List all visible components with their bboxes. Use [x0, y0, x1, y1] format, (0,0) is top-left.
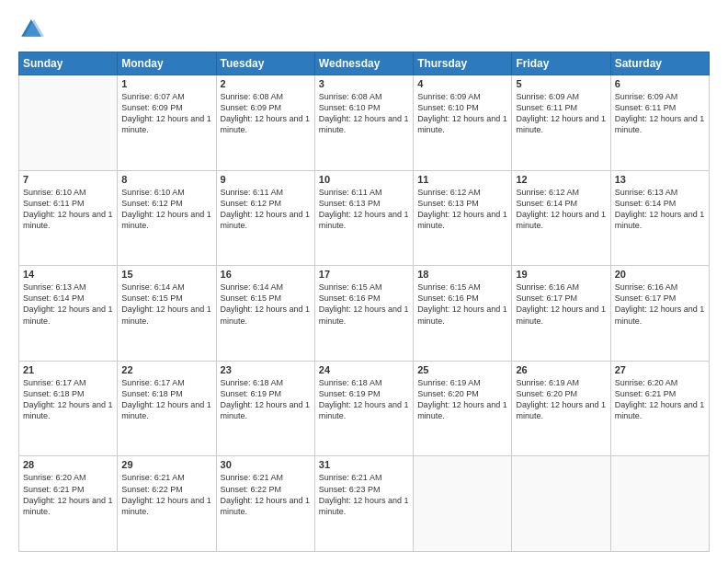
- calendar-cell: [610, 456, 709, 552]
- day-info-line: Sunset: 6:11 PM: [23, 199, 85, 208]
- day-info-line: Sunset: 6:09 PM: [221, 103, 282, 112]
- day-info-line: Sunset: 6:17 PM: [615, 293, 677, 303]
- day-info-line: Daylight: 12 hours and 1 minute.: [319, 304, 409, 325]
- day-info-line: Sunrise: 6:21 AM: [319, 473, 382, 482]
- day-info-line: Daylight: 12 hours and 1 minute.: [417, 400, 507, 420]
- calendar-cell: 3Sunrise: 6:08 AMSunset: 6:10 PMDaylight…: [314, 75, 413, 171]
- calendar-cell: 18Sunrise: 6:15 AMSunset: 6:16 PMDayligh…: [414, 266, 512, 362]
- day-info-line: Daylight: 12 hours and 1 minute.: [221, 496, 311, 516]
- calendar-cell: 24Sunrise: 6:18 AMSunset: 6:19 PMDayligh…: [314, 361, 413, 456]
- day-number: 31: [319, 459, 409, 470]
- calendar-table: SundayMondayTuesdayWednesdayThursdayFrid…: [18, 52, 710, 552]
- day-number: 23: [221, 364, 311, 375]
- day-info: Sunrise: 6:20 AMSunset: 6:21 PMDaylight:…: [23, 472, 113, 517]
- day-number: 14: [23, 269, 113, 280]
- day-info-line: Sunrise: 6:08 AM: [319, 92, 382, 101]
- day-info-line: Daylight: 12 hours and 1 minute.: [615, 210, 705, 230]
- day-info-line: Sunrise: 6:15 AM: [319, 282, 382, 292]
- day-info-line: Sunset: 6:18 PM: [23, 389, 85, 398]
- day-info-line: Daylight: 12 hours and 1 minute.: [121, 400, 211, 420]
- calendar-cell: 26Sunrise: 6:19 AMSunset: 6:20 PMDayligh…: [512, 361, 610, 456]
- day-info: Sunrise: 6:14 AMSunset: 6:15 PMDaylight:…: [121, 282, 211, 327]
- day-info-line: Sunset: 6:18 PM: [121, 389, 183, 398]
- day-number: 3: [319, 78, 409, 89]
- logo-icon: [18, 17, 44, 42]
- day-info: Sunrise: 6:10 AMSunset: 6:12 PMDaylight:…: [121, 187, 211, 232]
- day-info-line: Sunrise: 6:17 AM: [121, 378, 185, 387]
- day-info: Sunrise: 6:13 AMSunset: 6:14 PMDaylight:…: [615, 187, 705, 232]
- calendar-week-row: 28Sunrise: 6:20 AMSunset: 6:21 PMDayligh…: [19, 456, 710, 552]
- calendar-cell: 12Sunrise: 6:12 AMSunset: 6:14 PMDayligh…: [512, 170, 610, 266]
- day-info-line: Sunset: 6:19 PM: [221, 389, 282, 398]
- day-info-line: Sunset: 6:15 PM: [121, 293, 183, 303]
- day-info-line: Daylight: 12 hours and 1 minute.: [221, 400, 311, 420]
- day-info-line: Sunrise: 6:15 AM: [417, 282, 481, 292]
- day-info: Sunrise: 6:17 AMSunset: 6:18 PMDaylight:…: [23, 377, 113, 422]
- day-number: 21: [23, 364, 113, 375]
- day-info-line: Daylight: 12 hours and 1 minute.: [516, 210, 606, 230]
- day-info-line: Sunset: 6:14 PM: [615, 199, 677, 208]
- day-info-line: Daylight: 12 hours and 1 minute.: [516, 400, 606, 420]
- day-info-line: Daylight: 12 hours and 1 minute.: [615, 304, 705, 325]
- day-info: Sunrise: 6:13 AMSunset: 6:14 PMDaylight:…: [23, 282, 113, 327]
- day-number: 9: [221, 174, 311, 185]
- day-number: 18: [417, 269, 507, 280]
- weekday-header: Friday: [512, 52, 610, 75]
- day-info: Sunrise: 6:16 AMSunset: 6:17 PMDaylight:…: [516, 282, 606, 327]
- day-number: 15: [121, 269, 211, 280]
- day-info-line: Sunrise: 6:10 AM: [121, 188, 185, 197]
- day-info-line: Sunrise: 6:08 AM: [221, 92, 284, 101]
- day-info-line: Sunrise: 6:18 AM: [319, 378, 382, 387]
- day-info-line: Daylight: 12 hours and 1 minute.: [417, 210, 507, 230]
- calendar-cell: 29Sunrise: 6:21 AMSunset: 6:22 PMDayligh…: [118, 456, 216, 552]
- day-info-line: Sunrise: 6:12 AM: [417, 188, 481, 197]
- day-info-line: Sunrise: 6:19 AM: [516, 378, 579, 387]
- day-number: 28: [23, 459, 113, 470]
- day-info: Sunrise: 6:15 AMSunset: 6:16 PMDaylight:…: [319, 282, 409, 327]
- calendar-cell: [512, 456, 610, 552]
- day-info-line: Daylight: 12 hours and 1 minute.: [319, 400, 409, 420]
- day-info: Sunrise: 6:09 AMSunset: 6:11 PMDaylight:…: [615, 91, 705, 136]
- day-info-line: Sunset: 6:12 PM: [221, 199, 282, 208]
- day-info-line: Sunset: 6:20 PM: [516, 389, 577, 398]
- day-info: Sunrise: 6:16 AMSunset: 6:17 PMDaylight:…: [615, 282, 705, 327]
- calendar-cell: 8Sunrise: 6:10 AMSunset: 6:12 PMDaylight…: [118, 170, 216, 266]
- calendar-cell: 5Sunrise: 6:09 AMSunset: 6:11 PMDaylight…: [512, 75, 610, 171]
- day-info-line: Daylight: 12 hours and 1 minute.: [516, 114, 606, 134]
- day-info-line: Daylight: 12 hours and 1 minute.: [417, 304, 507, 325]
- day-info-line: Sunrise: 6:18 AM: [221, 378, 284, 387]
- day-info: Sunrise: 6:11 AMSunset: 6:12 PMDaylight:…: [221, 187, 311, 232]
- day-info-line: Sunset: 6:11 PM: [516, 103, 577, 112]
- calendar-cell: 15Sunrise: 6:14 AMSunset: 6:15 PMDayligh…: [118, 266, 216, 362]
- day-info-line: Daylight: 12 hours and 1 minute.: [417, 114, 507, 134]
- day-number: 10: [319, 174, 409, 185]
- day-number: 19: [516, 269, 606, 280]
- calendar-cell: 14Sunrise: 6:13 AMSunset: 6:14 PMDayligh…: [19, 266, 118, 362]
- calendar-cell: 30Sunrise: 6:21 AMSunset: 6:22 PMDayligh…: [216, 456, 314, 552]
- day-info-line: Sunset: 6:14 PM: [516, 199, 577, 208]
- day-info: Sunrise: 6:18 AMSunset: 6:19 PMDaylight:…: [221, 377, 311, 422]
- day-info-line: Daylight: 12 hours and 1 minute.: [319, 114, 409, 134]
- day-info: Sunrise: 6:09 AMSunset: 6:10 PMDaylight:…: [417, 91, 507, 136]
- day-info-line: Sunset: 6:10 PM: [319, 103, 381, 112]
- day-info-line: Sunrise: 6:17 AM: [23, 378, 86, 387]
- day-info-line: Sunrise: 6:09 AM: [516, 92, 579, 101]
- day-info-line: Sunrise: 6:16 AM: [615, 282, 678, 292]
- day-number: 1: [121, 78, 211, 89]
- day-info-line: Sunrise: 6:09 AM: [417, 92, 481, 101]
- day-info: Sunrise: 6:07 AMSunset: 6:09 PMDaylight:…: [121, 91, 211, 136]
- day-info-line: Sunset: 6:21 PM: [615, 389, 677, 398]
- day-info: Sunrise: 6:12 AMSunset: 6:13 PMDaylight:…: [417, 187, 507, 232]
- day-info-line: Sunrise: 6:07 AM: [121, 92, 185, 101]
- calendar-cell: 2Sunrise: 6:08 AMSunset: 6:09 PMDaylight…: [216, 75, 314, 171]
- day-number: 26: [516, 364, 606, 375]
- day-info-line: Sunrise: 6:19 AM: [417, 378, 481, 387]
- calendar-cell: [19, 75, 118, 171]
- day-info-line: Sunset: 6:13 PM: [417, 199, 479, 208]
- day-info-line: Daylight: 12 hours and 1 minute.: [516, 304, 606, 325]
- day-info-line: Daylight: 12 hours and 1 minute.: [319, 210, 409, 230]
- day-number: 25: [417, 364, 507, 375]
- day-info-line: Sunrise: 6:14 AM: [221, 282, 284, 292]
- day-info: Sunrise: 6:08 AMSunset: 6:10 PMDaylight:…: [319, 91, 409, 136]
- day-info-line: Daylight: 12 hours and 1 minute.: [221, 210, 311, 230]
